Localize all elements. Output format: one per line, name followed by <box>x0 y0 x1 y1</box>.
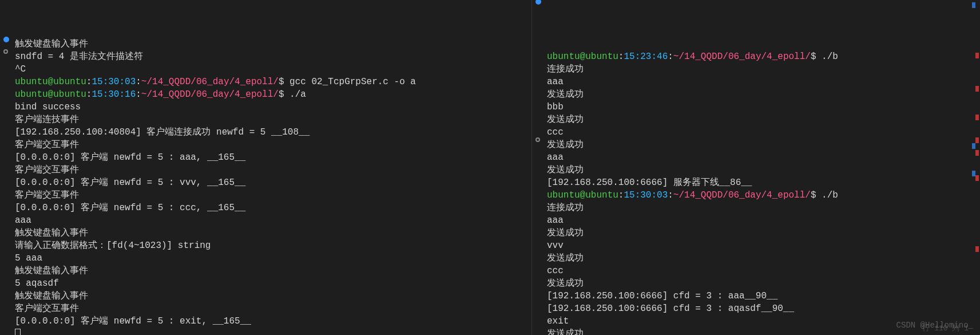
terminal-line: 触发键盘输入事件 <box>15 290 531 302</box>
terminal-line: 客户端交互事件 <box>15 164 531 176</box>
bullet-dot-icon <box>535 0 541 5</box>
overview-mark <box>972 143 975 149</box>
terminal-line: ubuntu@ubuntu:15:30:16:~/14_QQDD/06_day/… <box>15 88 531 101</box>
terminal-line: aaa <box>547 214 980 227</box>
overview-mark <box>975 86 979 92</box>
prompt-host: ubuntu <box>53 89 86 100</box>
editor-split: 触发键盘输入事件sndfd = 4 是非法文件描述符^Cubuntu@ubunt… <box>0 0 980 335</box>
terminal-line: 触发键盘输入事件 <box>15 265 531 277</box>
terminal-line: 发送成功 <box>547 139 980 151</box>
terminal-line: 客户端交互事件 <box>15 139 531 151</box>
overview-mark <box>975 246 979 252</box>
prompt-user: ubuntu <box>15 77 48 87</box>
overview-mark <box>975 150 979 156</box>
prompt-time: 15:30:03 <box>624 190 668 200</box>
terminal-line: bbb <box>547 101 980 113</box>
prompt-command: gcc 02_TcpGrpSer.c -o a <box>289 77 416 87</box>
terminal-line: [192.168.250.100:6666] 服务器下线__86__ <box>547 176 980 189</box>
at-symbol: @ <box>580 190 586 200</box>
prompt-time: 15:30:03 <box>92 77 136 87</box>
overview-mark <box>975 53 979 58</box>
terminal-pane-right[interactable]: ubuntu@ubuntu:15:23:46:~/14_QQDD/06_day/… <box>532 0 980 335</box>
terminal-line: 发送成功 <box>547 252 980 265</box>
prompt-user: ubuntu <box>547 52 580 62</box>
overview-mark <box>972 2 975 8</box>
prompt-command: ./b <box>822 52 838 62</box>
cursor-icon <box>15 329 21 335</box>
terminal-line: [192.168.250.100:6666] cfd = 3 : aqasdf_… <box>547 302 980 315</box>
terminal-line: aaa <box>547 151 980 164</box>
terminal-line: 客户端连技事件 <box>15 113 531 126</box>
prompt-path: ~/14_QQDD/06_day/4_epoll/ <box>673 52 811 62</box>
terminal-line: sndfd = 4 是非法文件描述符 <box>15 50 531 63</box>
terminal-line <box>15 328 531 335</box>
terminal-line: ^C <box>15 63 531 76</box>
at-symbol: @ <box>580 52 586 62</box>
overview-mark <box>975 175 979 181</box>
terminal-line: ubuntu@ubuntu:15:30:03:~/14_QQDD/06_day/… <box>547 189 980 202</box>
gutter-right <box>532 0 543 335</box>
terminal-line: [192.168.250.100:6666] cfd = 3 : aaa__90… <box>547 290 980 302</box>
terminal-line: 客户端交互事件 <box>15 302 531 315</box>
terminal-line: ubuntu@ubuntu:15:30:03:~/14_QQDD/06_day/… <box>15 76 531 88</box>
terminal-line: aaa <box>547 76 980 88</box>
terminal-line: [0.0.0.0:0] 客户端 newfd = 5 : exit, __165_… <box>15 315 531 328</box>
terminal-line: 5 aqasdf <box>15 277 531 290</box>
overview-mark <box>975 115 979 120</box>
gutter-left <box>0 0 11 335</box>
terminal-line: ccc <box>547 126 980 139</box>
terminal-line: [0.0.0.0:0] 客户端 newfd = 5 : vvv, __165__ <box>15 176 531 189</box>
minimap-scrollstrip[interactable] <box>972 0 980 335</box>
at-symbol: @ <box>48 89 54 100</box>
bullet-dot-icon <box>3 37 9 42</box>
bullet-circle-icon <box>3 49 8 54</box>
terminal-line: ccc <box>547 265 980 277</box>
prompt-command: ./b <box>822 190 838 200</box>
prompt-path: ~/14_QQDD/06_day/4_epoll/ <box>141 89 279 100</box>
terminal-line: [0.0.0.0:0] 客户端 newfd = 5 : aaa, __165__ <box>15 151 531 164</box>
terminal-line: 请输入正确数据格式：[fd(4~1023)] string <box>15 239 531 252</box>
terminal-line: bind success <box>15 101 531 113</box>
bullet-circle-icon <box>535 137 540 142</box>
prompt-host: ubuntu <box>585 190 618 200</box>
overview-mark <box>975 137 979 143</box>
terminal-line: 连接成功 <box>547 63 980 76</box>
terminal-pane-left[interactable]: 触发键盘输入事件sndfd = 4 是非法文件描述符^Cubuntu@ubunt… <box>0 0 532 335</box>
terminal-line: 发送成功 <box>547 164 980 176</box>
terminal-line: 5 aaa <box>15 252 531 265</box>
prompt-command: ./a <box>289 89 306 100</box>
prompt-time: 15:30:16 <box>92 89 136 100</box>
prompt-host: ubuntu <box>53 77 86 87</box>
terminal-line: 发送成功 <box>547 277 980 290</box>
prompt-path: ~/14_QQDD/06_day/4_epoll/ <box>673 190 811 200</box>
terminal-line: 发送成功 <box>547 88 980 101</box>
terminal-line: ubuntu@ubuntu:15:23:46:~/14_QQDD/06_day/… <box>547 50 980 63</box>
prompt-user: ubuntu <box>15 89 48 100</box>
prompt-user: ubuntu <box>547 190 580 200</box>
terminal-line: vvv <box>547 239 980 252</box>
terminal-line: 触发键盘输入事件 <box>15 38 531 50</box>
prompt-path: ~/14_QQDD/06_day/4_epoll/ <box>141 77 279 87</box>
terminal-line: 触发键盘输入事件 <box>15 227 531 239</box>
terminal-line: [0.0.0.0:0] 客户端 newfd = 5 : ccc, __165__ <box>15 202 531 214</box>
prompt-host: ubuntu <box>585 52 618 62</box>
at-symbol: @ <box>48 77 54 87</box>
terminal-line: aaa <box>15 214 531 227</box>
status-bar-text: 行 110 列 1 <box>922 322 969 335</box>
terminal-line: 客户端交互事件 <box>15 189 531 202</box>
terminal-line: 发送成功 <box>547 113 980 126</box>
prompt-time: 15:23:46 <box>624 52 668 62</box>
terminal-line: 发送成功 <box>547 227 980 239</box>
terminal-line: [192.168.250.100:40804] 客户端连接成功 newfd = … <box>15 126 531 139</box>
terminal-line: 连接成功 <box>547 202 980 214</box>
